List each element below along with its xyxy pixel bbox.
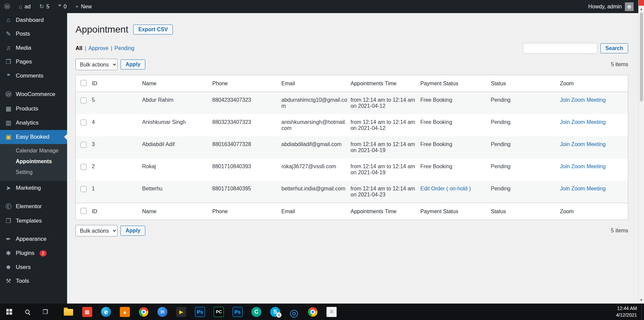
windows-taskbar: ❐ ▦ e ▲ ✉ ▶ Ps PC Ps C S 3 ◎ ≡ 12:44 AM … (0, 304, 644, 320)
wp-logo-button[interactable]: Ⓦ (0, 0, 14, 13)
select-all-checkbox-bottom[interactable] (81, 208, 87, 214)
cell-name: Rokaj (142, 158, 212, 181)
scroll-down-arrow-icon[interactable]: ▼ (640, 297, 643, 304)
taskbar-icon-photoshop-2[interactable]: Ps (228, 304, 247, 320)
scroll-top-marker[interactable] (639, 0, 644, 6)
sidebar-item-label: Dashboard (16, 17, 44, 24)
new-label: New (81, 4, 92, 10)
sidebar-item-label: Plugins (16, 250, 35, 257)
cell-phone: 8804233407323 (212, 92, 282, 115)
row-checkbox[interactable] (81, 120, 87, 126)
submenu-item-calendar-manage[interactable]: Calendar Manage (0, 145, 67, 156)
sidebar-item-label: Analytics (16, 120, 39, 126)
taskbar-icon-blue-app[interactable]: ◎ (285, 304, 303, 320)
sidebar-item-woocommerce[interactable]: Ⓦ WooCommerce (0, 87, 67, 102)
cell-payment: Free Booking (420, 114, 491, 136)
sidebar-item-media[interactable]: ♫ Media (0, 41, 67, 55)
taskbar-icon-chrome-2[interactable] (303, 304, 322, 320)
xampp-icon: ▦ (82, 307, 92, 317)
join-zoom-link[interactable]: Join Zoom Meeting (560, 141, 606, 147)
join-zoom-link[interactable]: Join Zoom Meeting (560, 97, 606, 103)
table-row: 4 Anishkumar Singh 8803233407323 anishku… (76, 114, 628, 136)
sidebar-item-appearance[interactable]: ✒ Appearance (0, 232, 67, 246)
taskbar-icon-orange-app[interactable]: ▲ (115, 304, 134, 320)
blue-app-icon: ◎ (289, 307, 299, 317)
taskbar-icon-chrome[interactable] (134, 304, 153, 320)
export-csv-button[interactable]: Export CSV (133, 25, 173, 35)
row-checkbox[interactable] (81, 186, 87, 192)
taskbar-icon-skype[interactable]: S 3 (266, 304, 285, 320)
cell-time: from 12:14 am to 12:14 am on 2021-04-23 (351, 181, 420, 203)
filter-all[interactable]: All (76, 45, 82, 51)
taskbar-icon-pycharm[interactable]: PC (209, 304, 228, 320)
task-view-button[interactable]: ❐ (36, 304, 54, 320)
edit-order-link[interactable]: Edit Order ( on-hold ) (420, 186, 471, 191)
taskbar-icon-file-explorer[interactable] (59, 304, 78, 320)
sidebar-item-elementor[interactable]: Ⓔ Elementor (0, 199, 67, 214)
apply-button[interactable]: Apply (120, 59, 145, 70)
show-desktop-button[interactable] (641, 304, 644, 320)
taskbar-clock[interactable]: 12:44 AM 4/12/2021 (612, 305, 641, 318)
vertical-scrollbar[interactable]: ▲ ▼ (638, 0, 644, 304)
bulk-actions-select[interactable]: Bulk actions (76, 59, 117, 70)
filter-pending[interactable]: Pending (114, 45, 134, 51)
sidebar-item-products[interactable]: ▦ Products (0, 102, 67, 116)
sidebar-item-plugins[interactable]: ✱ Plugins 2 (0, 246, 67, 260)
plugin-icon: ✱ (5, 249, 12, 257)
row-checkbox[interactable] (81, 164, 87, 170)
join-zoom-link[interactable]: Join Zoom Meeting (560, 186, 606, 191)
taskbar-icon-photoshop[interactable]: Ps (191, 304, 209, 320)
cell-email: abdiabdiladif@gmail.com (282, 136, 351, 158)
users-icon: ☻ (5, 264, 12, 271)
comments-button[interactable]: ❝ 0 (54, 0, 71, 13)
sidebar-item-users[interactable]: ☻ Users (0, 260, 67, 274)
scrollbar-thumb[interactable] (640, 12, 643, 101)
join-zoom-link[interactable]: Join Zoom Meeting (560, 119, 606, 125)
account-menu[interactable]: Howdy, admin ☻ (584, 0, 638, 13)
taskbar-icon-player[interactable]: ▶ (172, 304, 191, 320)
sidebar-item-label: Products (16, 105, 38, 112)
column-header-zoom: Zoom (560, 75, 628, 92)
column-footer-zoom: Zoom (560, 203, 628, 220)
new-content-button[interactable]: + New (71, 0, 96, 13)
updates-button[interactable]: ↻ 5 (35, 0, 54, 13)
select-all-checkbox[interactable] (81, 80, 87, 86)
taskbar-icon-mail[interactable]: ✉ (153, 304, 172, 320)
column-footer-email: Email (282, 203, 351, 220)
row-checkbox[interactable] (81, 142, 87, 148)
row-checkbox[interactable] (81, 97, 87, 103)
sidebar-item-tools[interactable]: ⚒ Tools (0, 274, 67, 288)
updates-count: 5 (46, 4, 49, 10)
filter-approve[interactable]: Approve (89, 45, 109, 51)
sidebar-item-pages[interactable]: ❐ Pages (0, 55, 67, 69)
sidebar-item-comments[interactable]: ❝ Comments (0, 69, 67, 83)
admin-sidebar: ⌂ Dashboard ✎ Posts ♫ Media ❐ Pages ❝ Co… (0, 13, 67, 304)
cell-payment: Free Booking (420, 92, 491, 115)
taskbar-icon-camtasia[interactable]: C (247, 304, 266, 320)
sidebar-item-dashboard[interactable]: ⌂ Dashboard (0, 13, 67, 27)
join-zoom-link[interactable]: Join Zoom Meeting (560, 164, 606, 169)
elementor-icon: Ⓔ (5, 202, 12, 211)
sidebar-item-templates[interactable]: ❒ Templates (0, 214, 67, 228)
site-name-button[interactable]: ⌂ ad (14, 0, 35, 13)
bulk-actions-select-bottom[interactable]: Bulk actions (76, 225, 117, 236)
submenu-item-setting[interactable]: Setting (0, 167, 67, 178)
edge-icon: e (101, 307, 111, 317)
start-button[interactable] (0, 304, 18, 320)
taskbar-icon-notepad[interactable]: ≡ (322, 304, 341, 320)
cell-phone: 8801710840395 (212, 181, 282, 203)
folder-icon (64, 309, 73, 316)
search-button[interactable]: Search (600, 43, 628, 53)
sidebar-item-marketing[interactable]: ➤ Marketing (0, 181, 67, 195)
sidebar-item-easy-booked[interactable]: ▣ Easy Booked (0, 130, 67, 144)
taskbar-icon-xampp[interactable]: ▦ (78, 304, 97, 320)
scroll-up-arrow-icon[interactable]: ▲ (640, 6, 643, 12)
sidebar-item-analytics[interactable]: ▥ Analytics (0, 116, 67, 130)
calendar-icon: ▣ (5, 133, 12, 141)
search-input[interactable] (523, 43, 597, 54)
apply-button-bottom[interactable]: Apply (120, 226, 145, 236)
submenu-item-appointments[interactable]: Appointments (0, 156, 67, 167)
taskbar-icon-edge[interactable]: e (97, 304, 115, 320)
taskbar-search-button[interactable] (18, 304, 36, 320)
sidebar-item-posts[interactable]: ✎ Posts (0, 27, 67, 41)
